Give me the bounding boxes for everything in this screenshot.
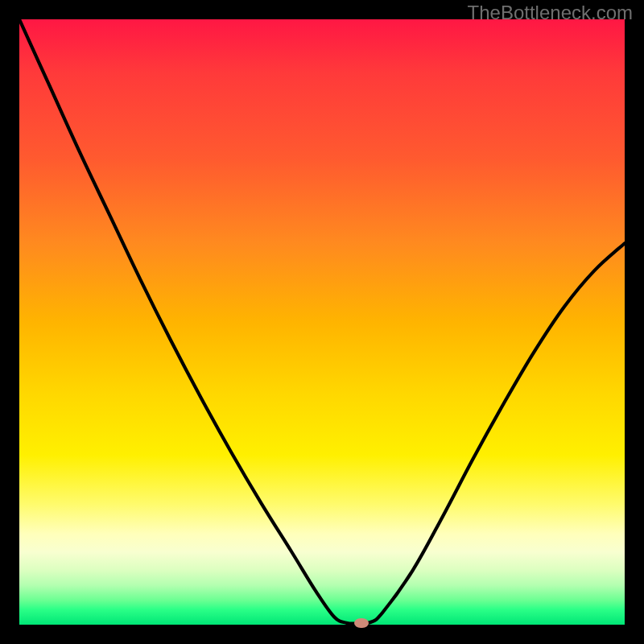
chart-frame: TheBottleneck.com	[0, 0, 644, 644]
bottleneck-curve	[19, 19, 625, 625]
plot-area	[19, 19, 625, 625]
optimal-point-marker	[354, 618, 369, 628]
watermark-text: TheBottleneck.com	[468, 2, 633, 24]
